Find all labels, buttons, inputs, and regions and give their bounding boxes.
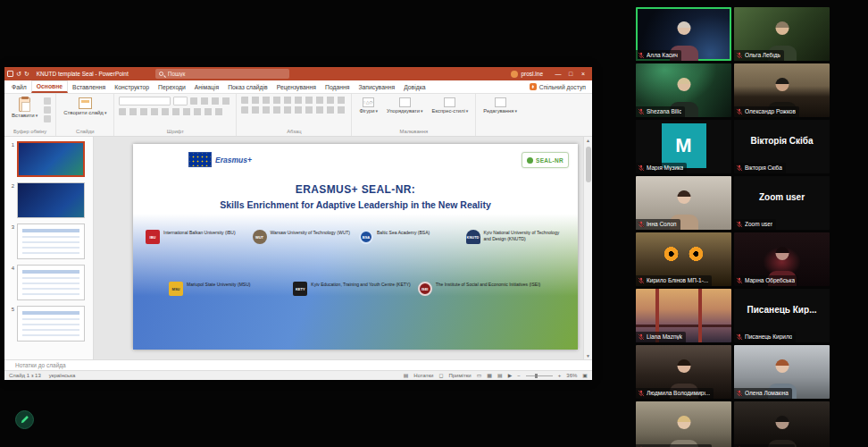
- participant-name: Олександр Рожков: [745, 109, 796, 115]
- slide-thumbnail-image: [17, 306, 85, 342]
- participant-name: Кирило Блінов МП-1-...: [647, 278, 708, 284]
- zoom-out-icon[interactable]: −: [517, 373, 521, 378]
- close-button[interactable]: ×: [577, 67, 589, 80]
- language-indicator[interactable]: українська: [49, 373, 76, 378]
- slide-thumbnail-3[interactable]: 3: [7, 224, 90, 259]
- participant-tile-olha-lebid[interactable]: Ольга Лебідь: [734, 7, 830, 61]
- participant-name: Алла Касич: [647, 53, 678, 59]
- tab-help[interactable]: Довідка: [399, 80, 430, 93]
- normal-view-icon[interactable]: ▭: [477, 373, 482, 378]
- participant-tile-olena-lomakina[interactable]: Олена Ломакіна: [734, 345, 830, 399]
- participant-tile-oleksandr-rozhkov[interactable]: Олександр Рожков: [734, 63, 830, 117]
- maximize-button[interactable]: □: [564, 67, 577, 80]
- arrange-button[interactable]: Упорядкувати▾: [384, 97, 426, 115]
- slide-thumbnail-5[interactable]: 5: [7, 306, 90, 342]
- slide-thumbnail-panel[interactable]: 1 2 3 4 5: [4, 137, 94, 359]
- font-name-select[interactable]: [119, 97, 171, 105]
- participant-name: Маріна Обребська: [745, 278, 795, 284]
- tab-insert[interactable]: Вставлення: [68, 80, 110, 93]
- participant-tile-marina-obrebska[interactable]: Маріна Обребська: [734, 232, 830, 286]
- participant-tile-pysanets-kyrylo[interactable]: Писанець Кир... Писанець Кирило: [734, 289, 830, 342]
- reading-view-icon[interactable]: ▤: [497, 373, 503, 378]
- slide-thumbnail-2[interactable]: 2: [7, 182, 90, 218]
- cut-icon[interactable]: [44, 97, 51, 105]
- ibu-logo-icon: IBU: [146, 230, 160, 244]
- slide-title-line2: Skills Enrichment for Adaptive Leadershi…: [133, 199, 578, 210]
- slideshow-icon[interactable]: ▶: [508, 373, 513, 378]
- tab-design[interactable]: Конструктор: [110, 80, 154, 93]
- chevron-down-icon: ▾: [376, 108, 379, 114]
- font-style-icons[interactable]: [119, 108, 224, 115]
- vertical-scrollbar[interactable]: ▲ ▼: [583, 137, 592, 359]
- slide-thumbnail-4[interactable]: 4: [7, 265, 90, 300]
- mic-muted-icon: [638, 108, 645, 115]
- tab-transitions[interactable]: Переходи: [154, 80, 190, 93]
- participant-tile-kyrylo-blinov[interactable]: Кирило Блінов МП-1-...: [636, 232, 731, 286]
- scroll-down-icon[interactable]: ▼: [586, 352, 590, 359]
- ribbon-group-drawing: □○△◇☆ Фігури▾ Упорядкувати▾ Експрес-стил…: [352, 94, 476, 136]
- chevron-down-icon: ▾: [514, 108, 517, 114]
- zoom-slider[interactable]: [526, 375, 553, 376]
- group-label-drawing: Малювання: [356, 128, 471, 136]
- tab-home[interactable]: Основне: [31, 80, 68, 93]
- search-box[interactable]: [155, 69, 289, 79]
- participant-name: Liana Maznyk: [647, 334, 682, 341]
- participant-tile-zhyvodenko-iryna[interactable]: Живоденко Ірина: [734, 401, 830, 447]
- scroll-up-icon[interactable]: ▲: [586, 137, 590, 144]
- tab-animations[interactable]: Анімація: [190, 80, 223, 93]
- new-slide-button[interactable]: Створити слайд▾: [61, 97, 109, 117]
- paste-button[interactable]: Вставити▾: [9, 97, 40, 120]
- notes-toggle[interactable]: Нотатки: [413, 373, 433, 378]
- zoom-percent[interactable]: 36%: [566, 373, 577, 378]
- tab-slideshow[interactable]: Показ слайдів: [223, 80, 272, 93]
- mic-muted-icon: [638, 390, 645, 397]
- format-painter-icon[interactable]: [44, 115, 51, 122]
- zoom-in-icon[interactable]: +: [558, 373, 562, 378]
- fit-to-window-icon[interactable]: ▣: [582, 373, 588, 378]
- scrollbar-thumb[interactable]: [586, 147, 591, 182]
- copy-icon[interactable]: [44, 106, 51, 114]
- tab-view[interactable]: Подання: [321, 80, 354, 93]
- current-slide[interactable]: Erasmus+ SEAL-NR ERASMUS+ SEAL-NR: Skill…: [133, 144, 578, 350]
- participant-tile-viktoriia-skiba[interactable]: Вікторія Скіба Вікторія Скіба: [734, 120, 830, 173]
- alignment-icons[interactable]: [241, 106, 346, 114]
- powerpoint-window: ↺ ↻ KNUTD template Seal - PowerPoint pro…: [4, 67, 592, 380]
- save-icon[interactable]: [7, 71, 13, 77]
- mic-muted-icon: [638, 277, 645, 284]
- participant-tile-shezana-bilic[interactable]: Shezana Bilic: [636, 63, 731, 117]
- group-label-slides: Слайди: [61, 128, 109, 136]
- participant-tile-alla-kasych[interactable]: Алла Касич: [636, 7, 731, 61]
- tab-file[interactable]: Файл: [7, 80, 31, 93]
- minimize-button[interactable]: —: [552, 67, 564, 80]
- account-chip[interactable]: prosl.lne: [511, 71, 543, 78]
- ribbon-group-clipboard: Вставити▾ Буфер обміну: [4, 94, 56, 136]
- redo-icon[interactable]: ↻: [24, 71, 29, 77]
- undo-icon[interactable]: ↺: [16, 71, 21, 77]
- group-label-clipboard: Буфер обміну: [9, 128, 51, 136]
- list-and-indent-icons[interactable]: [241, 97, 346, 104]
- share-button[interactable]: Спільний доступ: [523, 80, 592, 93]
- slide-thumbnail-1[interactable]: 1: [7, 141, 90, 177]
- participant-tile-inna-solop[interactable]: Інна Солоп: [636, 176, 731, 230]
- participant-tile-mariia-muzyka[interactable]: M Марія Музика: [636, 120, 731, 173]
- partner-name: International Balkan University (IBU): [163, 230, 236, 236]
- participant-tile-liudmyla-volodymyri[interactable]: Людмила Володимирі...: [636, 345, 731, 399]
- participant-tile-andrijana-bojadzievsk[interactable]: Andrijana Bojadzievsk...: [636, 401, 731, 447]
- shapes-button[interactable]: □○△◇☆ Фігури▾: [356, 97, 380, 115]
- bsa-logo-icon: BSA: [359, 230, 373, 244]
- quick-styles-button[interactable]: Експрес-стилі▾: [430, 97, 472, 115]
- font-size-select[interactable]: [173, 97, 188, 105]
- tab-recording[interactable]: Записування: [354, 80, 399, 93]
- slide-sorter-icon[interactable]: ▦: [487, 373, 492, 378]
- font-resize-icons[interactable]: [190, 97, 231, 105]
- share-label: Спільний доступ: [539, 84, 586, 90]
- comments-toggle[interactable]: Примітки: [448, 373, 471, 378]
- tab-review[interactable]: Рецензування: [272, 80, 321, 93]
- search-input[interactable]: [166, 70, 286, 78]
- notes-pane[interactable]: Нотатки до слайда: [4, 359, 592, 370]
- participant-tile-zoom-user[interactable]: Zoom user Zoom user: [734, 176, 830, 230]
- annotate-button[interactable]: [15, 410, 34, 429]
- editing-button[interactable]: Редагування▾: [480, 97, 520, 115]
- participant-tile-liana-maznyk[interactable]: Liana Maznyk: [636, 289, 731, 342]
- participant-display-name: Писанець Кир...: [736, 304, 828, 314]
